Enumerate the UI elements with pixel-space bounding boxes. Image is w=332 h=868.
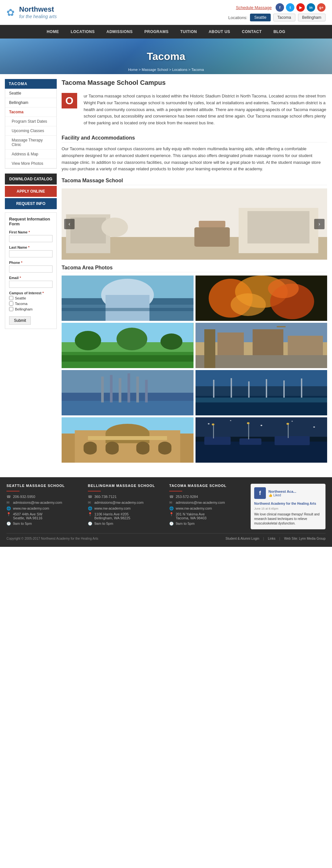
nav-about[interactable]: ABOUT US: [203, 25, 236, 38]
apply-online-btn[interactable]: APPLY ONLINE: [5, 186, 57, 197]
footer-seattle-divider: [6, 491, 20, 492]
footer-fb-widget: f Northwest Aca... 👍 Liked Northwest Aca…: [251, 484, 326, 529]
location-seattle-btn[interactable]: Seattle: [250, 13, 270, 21]
photo-waterfront-park: [62, 323, 194, 368]
slideshow-title: Tacoma Massage School: [62, 178, 327, 185]
sidebar-item-view-more-photos[interactable]: View More Photos: [5, 159, 56, 168]
page-main-title: Tacoma Massage School Campus: [62, 79, 327, 88]
hero-banner: Tacoma Home > Massage School > Locations…: [0, 38, 332, 74]
nav-blog[interactable]: BLOG: [268, 25, 291, 38]
last-name-group: Last Name *: [9, 245, 53, 257]
svg-rect-63: [158, 442, 171, 455]
social-icons: f t ▶ in g+: [276, 3, 326, 12]
svg-point-25: [116, 328, 147, 350]
svg-rect-74: [239, 438, 261, 445]
nav-admissions[interactable]: ADMISSIONS: [101, 25, 138, 38]
sidebar-item-tacoma[interactable]: Tacoma: [5, 107, 56, 117]
page-content: TACOMA Seattle Bellingham Tacoma Program…: [0, 74, 332, 471]
svg-rect-34: [204, 329, 215, 368]
footer-bellingham: BELLINGHAM MASSAGE SCHOOL ☎ 360-738-7121…: [88, 484, 163, 529]
nav-contact[interactable]: CONTACT: [236, 25, 268, 38]
svg-rect-61: [106, 442, 119, 455]
svg-rect-46: [195, 370, 328, 386]
nav-locations[interactable]: LOCATIONS: [65, 25, 101, 38]
first-name-input[interactable]: [9, 235, 53, 242]
student-alumni-login-link[interactable]: Student & Alumni Login: [226, 537, 259, 540]
footer-link-separator-2: |: [279, 537, 280, 540]
nav-programs[interactable]: PROGRAMS: [138, 25, 174, 38]
fb-page-name: Northwest Aca...: [269, 490, 296, 493]
svg-rect-50: [248, 381, 249, 399]
svg-point-24: [75, 331, 101, 350]
logo-area: ✿ Northwest for the healing arts: [6, 5, 57, 19]
youtube-icon[interactable]: ▶: [296, 3, 305, 12]
sidebar-item-upcoming-classes[interactable]: Upcoming Classes: [5, 126, 56, 136]
sidebar-item-massage-therapy-clinic[interactable]: Massage Therapy Clinic: [5, 136, 56, 150]
footer-grid: SEATTLE MASSAGE SCHOOL ☎ 206-932-5950 ✉ …: [6, 484, 326, 529]
tacoma-website: 🌐 www.nw-academy.com: [169, 506, 244, 510]
slide-prev-btn[interactable]: ‹: [64, 219, 75, 229]
campus-label: Campus of Interest *: [9, 291, 53, 295]
phone-label: Phone *: [9, 260, 53, 265]
photo-downtown-street: [195, 323, 328, 368]
links-link[interactable]: Links: [268, 537, 275, 540]
facebook-icon[interactable]: f: [276, 3, 284, 12]
tacoma-hours: 🕐 9am to 5pm: [169, 522, 244, 526]
footer-link-separator-1: |: [263, 537, 264, 540]
footer-seattle-title: SEATTLE MASSAGE SCHOOL: [6, 484, 81, 488]
fb-header-text: Northwest Aca... 👍 Liked: [269, 490, 296, 497]
website-credit-link[interactable]: Web Site: Lynn Media Group: [284, 537, 326, 540]
request-info-btn[interactable]: REQUEST INFO: [5, 198, 57, 209]
first-name-label: First Name *: [9, 230, 53, 234]
bellingham-address: 📍 1106 Harris Ave #205 Bellingham, WA 98…: [88, 512, 163, 520]
schedule-massage-link[interactable]: Schedule Massage: [236, 5, 272, 10]
header-right: Schedule Massage f t ▶ in g+ Locations: …: [228, 3, 326, 21]
svg-point-20: [268, 279, 299, 298]
svg-rect-44: [145, 380, 147, 402]
svg-rect-77: [248, 424, 249, 439]
googleplus-icon[interactable]: g+: [317, 3, 326, 12]
download-catalog-btn[interactable]: DOWNLOAD CATALOG: [5, 174, 57, 185]
phone-input[interactable]: [9, 266, 53, 273]
fb-timestamp: June 15 at 8:45pm: [254, 507, 322, 511]
location-bellingham-btn[interactable]: Bellingham: [298, 13, 326, 21]
site-header: ✿ Northwest for the healing arts Schedul…: [0, 0, 332, 25]
main-content: Tacoma Massage School Campus O ur Tacoma…: [62, 79, 327, 466]
campus-tacoma-checkbox[interactable]: [9, 302, 13, 306]
campus-bellingham-checkbox[interactable]: [9, 307, 13, 311]
svg-point-69: [260, 425, 262, 426]
footer-tacoma: TACOMA MASSAGE SCHOOL ☎ 253-572-9284 ✉ a…: [169, 484, 244, 529]
footer-bellingham-title: BELLINGHAM MASSAGE SCHOOL: [88, 484, 163, 488]
fb-poster: Northwest Academy for the Healing Arts: [254, 501, 322, 506]
seattle-address: 📍 4507 44th Ave SW Seattle, WA 98116: [6, 512, 81, 520]
svg-point-68: [230, 420, 231, 421]
slide-next-btn[interactable]: ›: [314, 219, 325, 229]
web-icon-bell: 🌐: [88, 506, 92, 510]
location-tacoma-btn[interactable]: Tacoma: [273, 13, 295, 21]
sidebar-item-seattle[interactable]: Seattle: [5, 89, 56, 98]
fb-post: Northwest Academy for the Healing Arts J…: [254, 501, 322, 526]
svg-rect-76: [213, 426, 214, 438]
twitter-icon[interactable]: t: [286, 3, 295, 12]
form-submit-btn[interactable]: Submit: [9, 316, 31, 325]
first-name-group: First Name *: [9, 230, 53, 242]
footer-bottom: Copyright © 2005-2017 Northwest Academy …: [6, 533, 326, 540]
sidebar-item-address-map[interactable]: Address & Map: [5, 150, 56, 159]
facility-text: Our Tacoma massage school campus classro…: [62, 146, 327, 173]
hero-title: Tacoma: [147, 51, 186, 62]
photo-grid: [62, 276, 327, 463]
sidebar-item-program-start-dates[interactable]: Program Start Dates: [5, 117, 56, 126]
nav-tuition[interactable]: TUITION: [174, 25, 203, 38]
last-name-input[interactable]: [9, 250, 53, 257]
campus-seattle-checkbox[interactable]: [9, 296, 13, 300]
nav-home[interactable]: HOME: [41, 25, 65, 38]
email-input[interactable]: [9, 281, 53, 288]
svg-rect-48: [213, 380, 214, 399]
sidebar-item-bellingham[interactable]: Bellingham: [5, 98, 56, 107]
thumbs-up-icon: 👍: [269, 493, 272, 497]
svg-rect-35: [277, 326, 285, 327]
bellingham-phone: ☎ 360-738-7121: [88, 495, 163, 499]
photo-marina-night: [195, 417, 328, 463]
linkedin-icon[interactable]: in: [307, 3, 315, 12]
fb-header: f Northwest Aca... 👍 Liked: [254, 487, 322, 499]
